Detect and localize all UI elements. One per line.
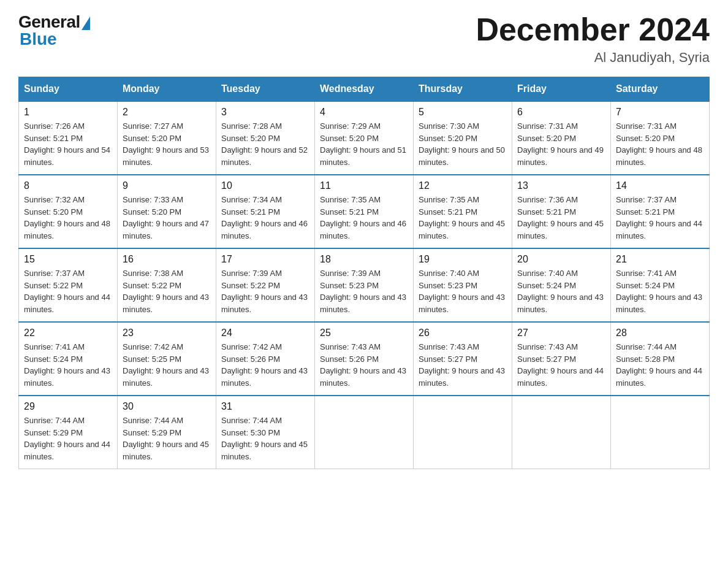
day-of-week-header: Monday bbox=[118, 77, 216, 102]
calendar-day-cell bbox=[414, 396, 512, 469]
day-number: 14 bbox=[616, 180, 704, 191]
day-info: Sunrise: 7:26 AMSunset: 5:21 PMDaylight:… bbox=[24, 120, 112, 168]
calendar-table: SundayMondayTuesdayWednesdayThursdayFrid… bbox=[18, 77, 710, 469]
day-info: Sunrise: 7:29 AMSunset: 5:20 PMDaylight:… bbox=[320, 120, 408, 168]
calendar-day-cell: 14Sunrise: 7:37 AMSunset: 5:21 PMDayligh… bbox=[611, 175, 710, 248]
day-number: 19 bbox=[419, 254, 507, 265]
calendar-day-cell: 31Sunrise: 7:44 AMSunset: 5:30 PMDayligh… bbox=[216, 396, 315, 469]
day-number: 9 bbox=[123, 180, 211, 191]
calendar-day-cell: 18Sunrise: 7:39 AMSunset: 5:23 PMDayligh… bbox=[315, 248, 414, 322]
day-info: Sunrise: 7:43 AMSunset: 5:27 PMDaylight:… bbox=[419, 341, 507, 389]
calendar-week-row: 29Sunrise: 7:44 AMSunset: 5:29 PMDayligh… bbox=[19, 396, 710, 469]
calendar-day-cell: 11Sunrise: 7:35 AMSunset: 5:21 PMDayligh… bbox=[315, 175, 414, 248]
calendar-day-cell: 8Sunrise: 7:32 AMSunset: 5:20 PMDaylight… bbox=[19, 175, 118, 248]
day-number: 23 bbox=[123, 327, 211, 339]
calendar-day-cell: 24Sunrise: 7:42 AMSunset: 5:26 PMDayligh… bbox=[216, 322, 315, 396]
day-number: 15 bbox=[24, 254, 112, 265]
calendar-day-cell: 15Sunrise: 7:37 AMSunset: 5:22 PMDayligh… bbox=[19, 248, 118, 322]
day-info: Sunrise: 7:35 AMSunset: 5:21 PMDaylight:… bbox=[419, 194, 507, 242]
calendar-week-row: 22Sunrise: 7:41 AMSunset: 5:24 PMDayligh… bbox=[19, 322, 710, 396]
day-number: 13 bbox=[517, 180, 605, 191]
calendar-day-cell: 19Sunrise: 7:40 AMSunset: 5:23 PMDayligh… bbox=[414, 248, 512, 322]
day-number: 27 bbox=[517, 327, 605, 339]
calendar-day-cell: 16Sunrise: 7:38 AMSunset: 5:22 PMDayligh… bbox=[118, 248, 216, 322]
calendar-header: SundayMondayTuesdayWednesdayThursdayFrid… bbox=[19, 77, 710, 102]
calendar-day-cell: 28Sunrise: 7:44 AMSunset: 5:28 PMDayligh… bbox=[611, 322, 710, 396]
calendar-day-cell: 13Sunrise: 7:36 AMSunset: 5:21 PMDayligh… bbox=[512, 175, 611, 248]
calendar-day-cell bbox=[512, 396, 611, 469]
day-info: Sunrise: 7:41 AMSunset: 5:24 PMDaylight:… bbox=[24, 341, 112, 389]
day-number: 30 bbox=[123, 401, 211, 412]
day-number: 6 bbox=[517, 107, 605, 118]
calendar-day-cell: 21Sunrise: 7:41 AMSunset: 5:24 PMDayligh… bbox=[611, 248, 710, 322]
day-of-week-header: Wednesday bbox=[315, 77, 414, 102]
day-info: Sunrise: 7:36 AMSunset: 5:21 PMDaylight:… bbox=[517, 194, 605, 242]
day-number: 2 bbox=[123, 107, 211, 118]
day-info: Sunrise: 7:41 AMSunset: 5:24 PMDaylight:… bbox=[616, 267, 704, 315]
day-info: Sunrise: 7:28 AMSunset: 5:20 PMDaylight:… bbox=[221, 120, 309, 168]
calendar-day-cell: 1Sunrise: 7:26 AMSunset: 5:21 PMDaylight… bbox=[19, 101, 118, 175]
day-info: Sunrise: 7:39 AMSunset: 5:22 PMDaylight:… bbox=[221, 267, 309, 315]
location-subtitle: Al Janudiyah, Syria bbox=[476, 50, 710, 66]
calendar-day-cell: 12Sunrise: 7:35 AMSunset: 5:21 PMDayligh… bbox=[414, 175, 512, 248]
day-info: Sunrise: 7:31 AMSunset: 5:20 PMDaylight:… bbox=[616, 120, 704, 168]
day-number: 20 bbox=[517, 254, 605, 265]
day-info: Sunrise: 7:27 AMSunset: 5:20 PMDaylight:… bbox=[123, 120, 211, 168]
day-info: Sunrise: 7:43 AMSunset: 5:27 PMDaylight:… bbox=[517, 341, 605, 389]
day-info: Sunrise: 7:39 AMSunset: 5:23 PMDaylight:… bbox=[320, 267, 408, 315]
day-info: Sunrise: 7:40 AMSunset: 5:23 PMDaylight:… bbox=[419, 267, 507, 315]
day-number: 10 bbox=[221, 180, 309, 191]
day-info: Sunrise: 7:44 AMSunset: 5:29 PMDaylight:… bbox=[123, 415, 211, 462]
calendar-day-cell: 26Sunrise: 7:43 AMSunset: 5:27 PMDayligh… bbox=[414, 322, 512, 396]
calendar-day-cell: 20Sunrise: 7:40 AMSunset: 5:24 PMDayligh… bbox=[512, 248, 611, 322]
day-number: 26 bbox=[419, 327, 507, 339]
day-number: 12 bbox=[419, 180, 507, 191]
day-info: Sunrise: 7:37 AMSunset: 5:21 PMDaylight:… bbox=[616, 194, 704, 242]
day-number: 7 bbox=[616, 107, 704, 118]
month-title: December 2024 bbox=[476, 12, 710, 47]
calendar-day-cell: 22Sunrise: 7:41 AMSunset: 5:24 PMDayligh… bbox=[19, 322, 118, 396]
day-number: 16 bbox=[123, 254, 211, 265]
calendar-day-cell: 9Sunrise: 7:33 AMSunset: 5:20 PMDaylight… bbox=[118, 175, 216, 248]
day-info: Sunrise: 7:35 AMSunset: 5:21 PMDaylight:… bbox=[320, 194, 408, 242]
calendar-day-cell: 10Sunrise: 7:34 AMSunset: 5:21 PMDayligh… bbox=[216, 175, 315, 248]
day-of-week-header: Saturday bbox=[611, 77, 710, 102]
day-number: 3 bbox=[221, 107, 309, 118]
day-info: Sunrise: 7:44 AMSunset: 5:28 PMDaylight:… bbox=[616, 341, 704, 389]
day-of-week-header: Friday bbox=[512, 77, 611, 102]
day-number: 11 bbox=[320, 180, 408, 191]
calendar-day-cell: 29Sunrise: 7:44 AMSunset: 5:29 PMDayligh… bbox=[19, 396, 118, 469]
calendar-day-cell: 17Sunrise: 7:39 AMSunset: 5:22 PMDayligh… bbox=[216, 248, 315, 322]
day-number: 1 bbox=[24, 107, 112, 118]
day-info: Sunrise: 7:43 AMSunset: 5:26 PMDaylight:… bbox=[320, 341, 408, 389]
day-number: 17 bbox=[221, 254, 309, 265]
day-number: 18 bbox=[320, 254, 408, 265]
day-info: Sunrise: 7:38 AMSunset: 5:22 PMDaylight:… bbox=[123, 267, 211, 315]
day-info: Sunrise: 7:34 AMSunset: 5:21 PMDaylight:… bbox=[221, 194, 309, 242]
day-of-week-header: Thursday bbox=[414, 77, 512, 102]
day-info: Sunrise: 7:40 AMSunset: 5:24 PMDaylight:… bbox=[517, 267, 605, 315]
logo: General Blue bbox=[18, 12, 90, 49]
calendar-week-row: 1Sunrise: 7:26 AMSunset: 5:21 PMDaylight… bbox=[19, 101, 710, 175]
calendar-day-cell bbox=[611, 396, 710, 469]
day-number: 24 bbox=[221, 327, 309, 339]
calendar-day-cell: 2Sunrise: 7:27 AMSunset: 5:20 PMDaylight… bbox=[118, 101, 216, 175]
day-info: Sunrise: 7:44 AMSunset: 5:30 PMDaylight:… bbox=[221, 415, 309, 462]
day-number: 29 bbox=[24, 401, 112, 412]
calendar-week-row: 15Sunrise: 7:37 AMSunset: 5:22 PMDayligh… bbox=[19, 248, 710, 322]
day-info: Sunrise: 7:31 AMSunset: 5:20 PMDaylight:… bbox=[517, 120, 605, 168]
day-info: Sunrise: 7:42 AMSunset: 5:25 PMDaylight:… bbox=[123, 341, 211, 389]
day-info: Sunrise: 7:42 AMSunset: 5:26 PMDaylight:… bbox=[221, 341, 309, 389]
days-of-week-row: SundayMondayTuesdayWednesdayThursdayFrid… bbox=[19, 77, 710, 102]
calendar-day-cell: 3Sunrise: 7:28 AMSunset: 5:20 PMDaylight… bbox=[216, 101, 315, 175]
day-info: Sunrise: 7:37 AMSunset: 5:22 PMDaylight:… bbox=[24, 267, 112, 315]
calendar-body: 1Sunrise: 7:26 AMSunset: 5:21 PMDaylight… bbox=[19, 101, 710, 469]
calendar-day-cell: 23Sunrise: 7:42 AMSunset: 5:25 PMDayligh… bbox=[118, 322, 216, 396]
day-of-week-header: Tuesday bbox=[216, 77, 315, 102]
page-header: General Blue December 2024 Al Janudiyah,… bbox=[18, 12, 710, 66]
calendar-day-cell: 27Sunrise: 7:43 AMSunset: 5:27 PMDayligh… bbox=[512, 322, 611, 396]
day-info: Sunrise: 7:44 AMSunset: 5:29 PMDaylight:… bbox=[24, 415, 112, 462]
calendar-day-cell: 5Sunrise: 7:30 AMSunset: 5:20 PMDaylight… bbox=[414, 101, 512, 175]
calendar-day-cell: 30Sunrise: 7:44 AMSunset: 5:29 PMDayligh… bbox=[118, 396, 216, 469]
logo-blue-text: Blue bbox=[20, 29, 57, 49]
